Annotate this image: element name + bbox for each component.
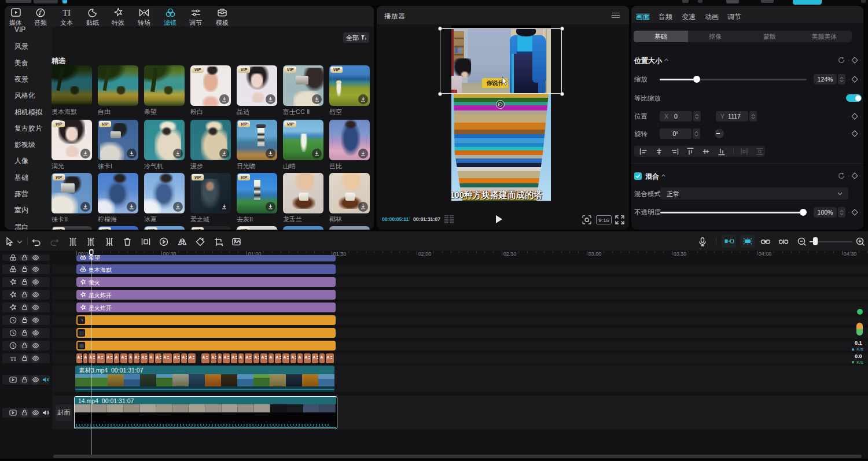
svg-text:TI: TI bbox=[10, 355, 16, 362]
svg-text:TI: TI bbox=[62, 8, 71, 17]
